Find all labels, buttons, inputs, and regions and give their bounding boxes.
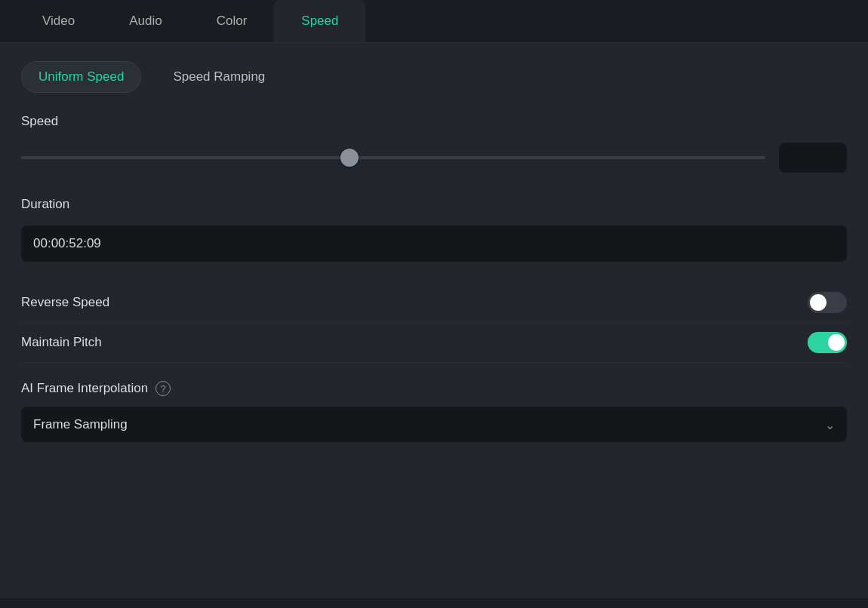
ai-frame-interpolation-label: AI Frame Interpolation (21, 381, 148, 396)
main-content: Uniform Speed Speed Ramping Speed Durati… (0, 43, 868, 598)
ai-label-row: AI Frame Interpolation ? (21, 381, 847, 396)
maintain-pitch-label: Maintain Pitch (21, 335, 102, 350)
ai-frame-interpolation-section: AI Frame Interpolation ? Frame Sampling … (21, 381, 847, 442)
maintain-pitch-row: Maintain Pitch (21, 323, 847, 363)
sub-tab-uniform-speed[interactable]: Uniform Speed (21, 61, 141, 93)
top-tabs-bar: Video Audio Color Speed (0, 0, 868, 43)
sub-tab-speed-ramping[interactable]: Speed Ramping (156, 62, 282, 92)
dropdown-wrapper: Frame Sampling Frame Blending Optical Fl… (21, 407, 847, 442)
duration-input[interactable] (21, 226, 847, 262)
speed-value-input[interactable] (779, 143, 847, 173)
tab-color[interactable]: Color (189, 0, 275, 42)
sub-tabs: Uniform Speed Speed Ramping (21, 61, 847, 93)
speed-row (21, 143, 847, 173)
slider-container (21, 149, 765, 167)
tab-audio[interactable]: Audio (102, 0, 189, 42)
speed-label: Speed (21, 114, 847, 129)
reverse-speed-row: Reverse Speed (21, 283, 847, 323)
duration-section: Duration (21, 197, 847, 262)
help-icon[interactable]: ? (155, 381, 171, 396)
speed-section: Speed (21, 114, 847, 173)
tab-video[interactable]: Video (15, 0, 102, 42)
speed-slider[interactable] (21, 156, 765, 159)
reverse-speed-toggle[interactable] (808, 292, 847, 313)
maintain-pitch-thumb (828, 334, 845, 351)
maintain-pitch-toggle[interactable] (808, 332, 847, 353)
tab-speed[interactable]: Speed (274, 0, 365, 42)
reverse-speed-label: Reverse Speed (21, 295, 109, 310)
frame-interpolation-select[interactable]: Frame Sampling Frame Blending Optical Fl… (21, 407, 847, 442)
duration-label: Duration (21, 197, 847, 212)
reverse-speed-thumb (810, 294, 826, 311)
